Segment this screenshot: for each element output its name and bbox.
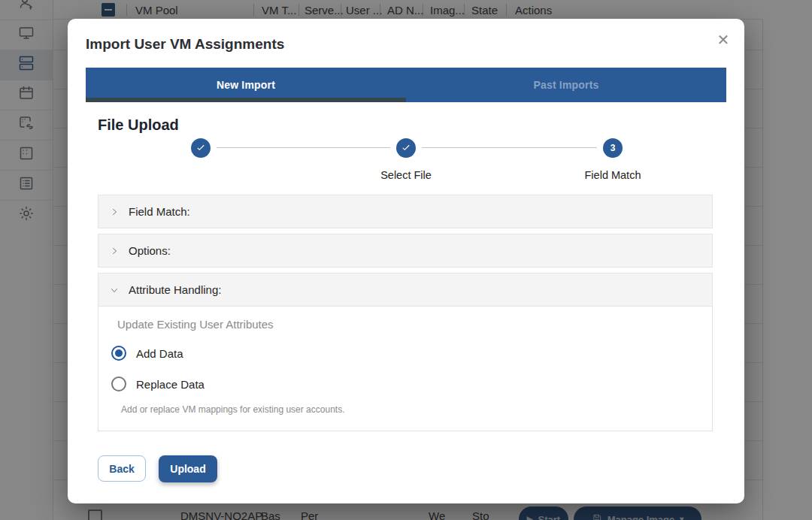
step-connector: [422, 147, 597, 148]
accordion-label: Options:: [129, 244, 171, 257]
radio-add-data-label[interactable]: Add Data: [136, 347, 183, 360]
check-icon: [195, 142, 206, 155]
radio-add-data[interactable]: [111, 346, 126, 361]
accordion-options[interactable]: Options:: [98, 234, 713, 268]
import-dialog: Import User VM Assignments ✕ New Import …: [68, 19, 744, 503]
chevron-down-icon: [110, 286, 119, 295]
attribute-handling-panel: Update Existing User Attributes Add Data…: [98, 307, 713, 431]
chevron-right-icon: [110, 207, 119, 216]
step-3-active: 3: [603, 138, 623, 158]
step-2-label: Select File: [350, 169, 462, 181]
dialog-title: Import User VM Assignments: [86, 36, 284, 53]
close-icon[interactable]: ✕: [713, 29, 734, 50]
step-1-completed: [191, 138, 211, 158]
import-tabs: New Import Past Imports: [86, 68, 726, 102]
radio-replace-data[interactable]: [111, 376, 126, 392]
step-2-completed: [396, 138, 416, 158]
step-number: 3: [611, 143, 616, 153]
chevron-right-icon: [110, 246, 119, 255]
accordion-attribute-handling[interactable]: Attribute Handling:: [98, 273, 713, 307]
back-button[interactable]: Back: [98, 455, 146, 482]
section-heading: File Upload: [98, 116, 179, 134]
screen: VM Pool VM T... Serve... User ... AD N..…: [0, 0, 812, 520]
step-connector: [217, 147, 390, 148]
accordion-field-match[interactable]: Field Match:: [98, 195, 713, 228]
accordion-label: Attribute Handling:: [129, 283, 221, 296]
upload-button[interactable]: Upload: [159, 455, 217, 482]
accordion-label: Field Match:: [129, 205, 190, 218]
step-3-label: Field Match: [556, 169, 669, 181]
helper-text: Add or replace VM mappings for existing …: [121, 404, 344, 415]
active-tab-indicator: [86, 98, 406, 102]
radio-group-label: Update Existing User Attributes: [117, 318, 274, 331]
check-icon: [401, 142, 411, 155]
radio-replace-data-label[interactable]: Replace Data: [136, 378, 205, 391]
tab-past-imports[interactable]: Past Imports: [406, 68, 726, 102]
